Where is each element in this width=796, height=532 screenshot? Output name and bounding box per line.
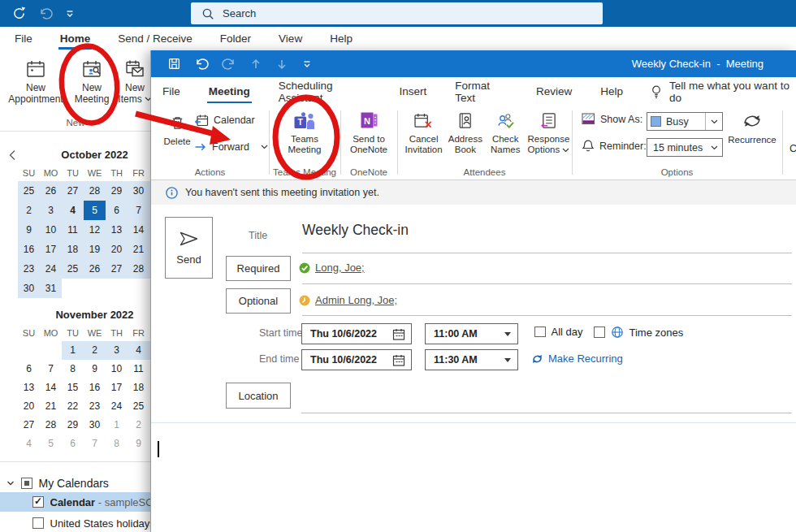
- tab-format-text[interactable]: Format Text: [453, 77, 509, 106]
- date-cell[interactable]: 13: [18, 378, 40, 397]
- date-cell[interactable]: 1: [62, 341, 84, 360]
- date-cell[interactable]: 11: [128, 360, 149, 378]
- date-cell[interactable]: 6: [62, 435, 84, 453]
- tab-insert[interactable]: Insert: [397, 77, 428, 106]
- date-cell[interactable]: 25: [128, 397, 149, 416]
- date-cell[interactable]: 27: [62, 181, 84, 201]
- all-day-checkbox-box[interactable]: [534, 327, 546, 338]
- date-cell[interactable]: 16: [84, 378, 106, 397]
- holidays-checkbox[interactable]: [32, 517, 44, 529]
- date-cell[interactable]: 22: [62, 397, 84, 416]
- date-cell[interactable]: 25: [18, 181, 40, 201]
- date-cell[interactable]: 5: [40, 435, 62, 453]
- date-cell[interactable]: 19: [84, 240, 106, 259]
- undo-icon[interactable]: [38, 6, 53, 21]
- date-cell[interactable]: 18: [62, 240, 84, 259]
- date-cell[interactable]: 5: [84, 201, 106, 220]
- recurrence-button[interactable]: Recurrence: [723, 106, 781, 145]
- my-calendars-header[interactable]: My Calendars: [0, 474, 159, 492]
- end-time-dropdown[interactable]: 11:30 AM: [425, 349, 518, 370]
- date-cell[interactable]: 14: [128, 220, 149, 240]
- forward-button[interactable]: Forward: [194, 141, 268, 153]
- tab-file[interactable]: File: [13, 27, 34, 50]
- date-cell[interactable]: 29: [106, 181, 128, 201]
- tab-file[interactable]: File: [161, 77, 182, 106]
- calendar-checkbox[interactable]: [32, 496, 44, 508]
- date-cell[interactable]: 30: [128, 181, 149, 201]
- categorize-button-clipped[interactable]: C: [790, 143, 796, 154]
- calendar-button[interactable]: Calendar: [194, 114, 255, 127]
- date-cell[interactable]: 29: [62, 416, 84, 435]
- customize-quick-access-icon[interactable]: [64, 8, 76, 19]
- date-cell[interactable]: 30: [18, 279, 40, 298]
- date-cell[interactable]: 24: [40, 259, 62, 279]
- send-to-onenote-button[interactable]: N Send toOneNote: [346, 106, 392, 155]
- date-cell[interactable]: 6: [18, 360, 40, 378]
- required-attendee[interactable]: Long, Joe;: [299, 262, 365, 274]
- tab-home[interactable]: Home: [58, 27, 93, 50]
- date-cell[interactable]: 8: [62, 360, 84, 378]
- location-button[interactable]: Location: [226, 383, 291, 409]
- move-up-icon[interactable]: [249, 58, 262, 71]
- teams-meeting-button[interactable]: T TeamsMeeting: [279, 106, 330, 155]
- date-cell[interactable]: 28: [84, 181, 106, 201]
- date-cell[interactable]: 2: [128, 416, 149, 435]
- redo-icon[interactable]: [222, 57, 236, 71]
- time-zones-checkbox-box[interactable]: [594, 327, 605, 338]
- tab-send-receive[interactable]: Send / Receive: [116, 27, 194, 50]
- tree-chevron-icon[interactable]: [6, 479, 15, 487]
- new-appointment-button[interactable]: NewAppointment: [2, 50, 70, 105]
- date-cell[interactable]: 30: [84, 416, 106, 435]
- move-down-icon[interactable]: [275, 58, 288, 71]
- date-cell[interactable]: 15: [62, 378, 84, 397]
- date-cell[interactable]: 3: [106, 341, 128, 360]
- date-cell[interactable]: 27: [106, 259, 128, 279]
- date-cell[interactable]: 8: [106, 435, 128, 453]
- date-cell[interactable]: 21: [128, 240, 149, 259]
- tab-folder[interactable]: Folder: [218, 27, 253, 50]
- delete-button[interactable]: Delete: [159, 108, 195, 147]
- save-icon[interactable]: [167, 57, 181, 71]
- date-cell[interactable]: 10: [40, 220, 62, 240]
- new-meeting-button[interactable]: NewMeeting: [70, 50, 114, 105]
- customize-quick-access-icon[interactable]: [301, 58, 313, 70]
- date-cell[interactable]: 14: [40, 378, 62, 397]
- date-cell[interactable]: 27: [18, 416, 40, 435]
- date-cell[interactable]: 2: [84, 341, 106, 360]
- date-cell[interactable]: 26: [40, 181, 62, 201]
- time-zones-checkbox[interactable]: Time zones: [594, 326, 683, 339]
- date-cell[interactable]: 4: [62, 201, 84, 220]
- start-time-dropdown[interactable]: 11:00 AM: [425, 323, 518, 344]
- date-cell[interactable]: 23: [84, 397, 106, 416]
- response-options-button[interactable]: ResponseOptions: [526, 106, 572, 155]
- tab-meeting[interactable]: Meeting: [207, 77, 252, 106]
- calendar-list-item[interactable]: Calendar - sampleSOM..: [0, 492, 150, 512]
- date-cell[interactable]: 7: [128, 201, 149, 220]
- check-names-button[interactable]: CheckNames: [487, 106, 524, 155]
- date-cell[interactable]: 26: [84, 259, 106, 279]
- address-book-button[interactable]: AddressBook: [445, 106, 485, 155]
- date-cell[interactable]: 3: [40, 201, 62, 220]
- start-date-picker[interactable]: Thu 10/6/2022: [301, 323, 412, 344]
- tab-scheduling-assistant[interactable]: Scheduling Assistant: [277, 77, 373, 106]
- date-cell[interactable]: 28: [128, 259, 149, 279]
- date-cell[interactable]: 13: [106, 220, 128, 240]
- date-cell[interactable]: 6: [106, 201, 128, 220]
- required-button[interactable]: Required: [226, 256, 291, 281]
- date-cell[interactable]: 20: [18, 397, 40, 416]
- date-cell[interactable]: 17: [106, 378, 128, 397]
- date-cell[interactable]: 31: [40, 279, 62, 298]
- optional-button[interactable]: Optional: [226, 288, 291, 314]
- date-cell[interactable]: 28: [40, 416, 62, 435]
- show-as-dropdown[interactable]: Busy: [647, 112, 723, 131]
- date-cell[interactable]: 4: [18, 435, 40, 453]
- date-cell[interactable]: 17: [40, 240, 62, 259]
- date-cell[interactable]: 10: [106, 360, 128, 378]
- sync-icon[interactable]: [11, 6, 27, 21]
- my-calendars-checkbox[interactable]: [21, 478, 32, 489]
- date-cell[interactable]: 18: [128, 378, 149, 397]
- date-cell[interactable]: 11: [62, 220, 84, 240]
- date-cell[interactable]: 1: [106, 416, 128, 435]
- date-cell[interactable]: 4: [128, 341, 149, 360]
- send-button[interactable]: Send: [165, 217, 213, 279]
